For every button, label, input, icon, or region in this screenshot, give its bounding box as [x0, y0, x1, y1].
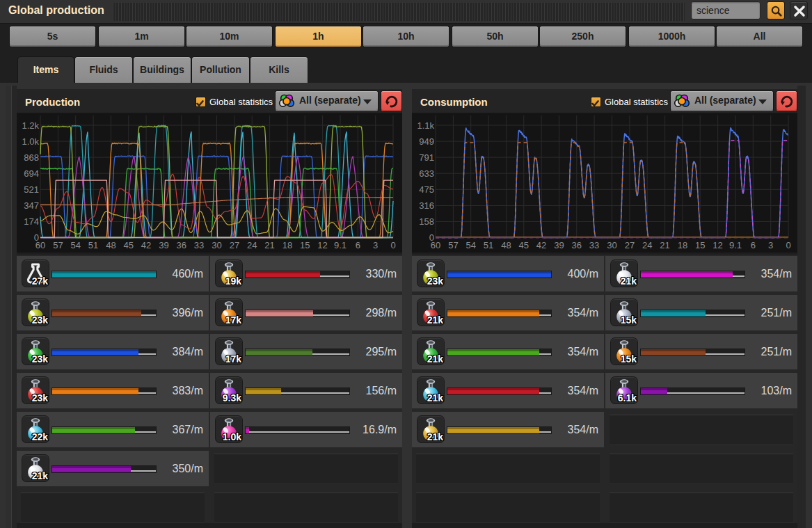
svg-text:39: 39 — [159, 240, 168, 250]
svg-text:868: 868 — [24, 152, 39, 163]
svg-text:36: 36 — [177, 240, 186, 250]
svg-text:0: 0 — [786, 240, 790, 250]
svg-text:21: 21 — [264, 240, 274, 250]
svg-text:57: 57 — [448, 240, 458, 250]
svg-text:45: 45 — [519, 240, 529, 250]
svg-text:791: 791 — [419, 152, 434, 163]
svg-text:15: 15 — [695, 240, 705, 250]
svg-text:12: 12 — [317, 240, 327, 250]
svg-text:1.2k: 1.2k — [22, 120, 39, 131]
svg-text:24: 24 — [642, 240, 652, 250]
svg-text:18: 18 — [282, 240, 292, 250]
svg-text:60: 60 — [431, 240, 440, 250]
svg-text:60: 60 — [35, 240, 45, 250]
svg-text:54: 54 — [465, 240, 475, 250]
svg-text:42: 42 — [141, 240, 151, 250]
svg-text:33: 33 — [589, 240, 599, 250]
svg-text:36: 36 — [572, 240, 582, 250]
svg-text:1.0k: 1.0k — [22, 136, 39, 147]
svg-text:3: 3 — [373, 240, 378, 250]
svg-text:949: 949 — [419, 136, 434, 147]
svg-text:21: 21 — [660, 240, 669, 250]
svg-text:633: 633 — [419, 168, 434, 179]
svg-text:316: 316 — [419, 200, 434, 211]
svg-text:694: 694 — [24, 168, 39, 179]
svg-text:27: 27 — [625, 240, 635, 250]
svg-text:1.1k: 1.1k — [417, 120, 434, 131]
svg-text:45: 45 — [124, 240, 134, 250]
svg-text:12: 12 — [713, 240, 722, 250]
svg-text:347: 347 — [24, 200, 39, 211]
svg-text:158: 158 — [419, 216, 434, 227]
svg-text:18: 18 — [678, 240, 687, 250]
svg-text:24: 24 — [247, 240, 257, 250]
svg-text:51: 51 — [484, 240, 493, 250]
svg-text:42: 42 — [536, 240, 546, 250]
svg-text:6: 6 — [356, 240, 360, 250]
svg-text:48: 48 — [106, 240, 116, 250]
svg-text:48: 48 — [501, 240, 511, 250]
svg-text:54: 54 — [70, 240, 80, 250]
svg-text:30: 30 — [607, 240, 616, 250]
svg-text:9.1: 9.1 — [334, 240, 347, 250]
svg-text:39: 39 — [554, 240, 564, 250]
svg-text:9.1: 9.1 — [729, 240, 742, 250]
svg-text:27: 27 — [230, 240, 239, 250]
svg-text:51: 51 — [88, 240, 98, 250]
svg-text:6: 6 — [751, 240, 756, 250]
svg-text:521: 521 — [24, 184, 39, 195]
svg-text:174: 174 — [24, 216, 39, 227]
svg-text:57: 57 — [53, 240, 63, 250]
svg-text:475: 475 — [419, 184, 434, 195]
svg-text:3: 3 — [768, 240, 773, 250]
svg-text:15: 15 — [300, 240, 310, 250]
svg-text:0: 0 — [390, 240, 395, 250]
svg-text:30: 30 — [212, 240, 221, 250]
svg-text:33: 33 — [194, 240, 204, 250]
